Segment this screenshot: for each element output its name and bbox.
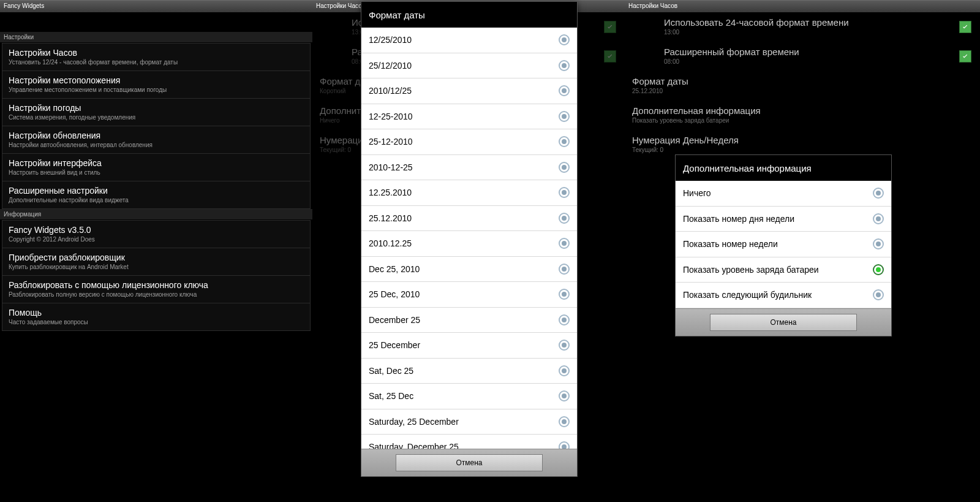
additional-info-options: НичегоПоказать номер дня неделиПоказать … — [676, 181, 891, 308]
date-format-option[interactable]: 12-25-2010 — [361, 104, 577, 130]
settings-item-weather[interactable]: Настройки погоды Система измерения, пого… — [2, 99, 310, 126]
item-title: Использовать 24-часовой формат времени — [664, 17, 973, 28]
option-label: Показать уровень заряда батареи — [683, 265, 819, 275]
additional-info-option[interactable]: Показать номер дня недели — [676, 207, 891, 232]
cancel-button[interactable]: Отмена — [710, 314, 857, 331]
item-title: Дополнительная информация — [632, 105, 973, 116]
option-label: Ничего — [683, 188, 711, 198]
date-format-option[interactable]: 25.12.2010 — [361, 206, 577, 232]
radio-icon — [559, 187, 570, 198]
item-title: Расширенные настройки — [9, 186, 304, 196]
option-label: Sat, Dec 25 — [369, 366, 413, 376]
date-format-option[interactable]: Sat, 25 Dec — [361, 384, 577, 409]
app-title: Fancy Widgets — [0, 0, 312, 12]
settings-item-location[interactable]: Настройки местоположения Управление мест… — [2, 71, 310, 99]
option-label: 25 December — [369, 340, 420, 350]
bg-item-ext-time[interactable]: Расширенный формат времени 08:00 — [625, 42, 980, 71]
bg-item-24h[interactable]: Использовать 24-часовой формат времени 1… — [625, 12, 980, 42]
item-title: Настройки интерфейса — [9, 158, 304, 168]
item-subtitle: Разблокировать полную версию с помощью л… — [9, 291, 304, 298]
radio-icon — [559, 264, 570, 275]
date-format-option[interactable]: 12/25/2010 — [361, 28, 577, 53]
item-subtitle: 13:00 — [664, 29, 973, 36]
date-format-option[interactable]: 25 December — [361, 333, 577, 359]
panel-main-settings: Fancy Widgets Настройки Настройки Часов … — [0, 0, 312, 502]
section-header-info: Информация — [0, 209, 312, 220]
checkbox-checked-icon[interactable] — [959, 21, 971, 33]
option-label: 12-25-2010 — [369, 112, 413, 121]
item-subtitle: 25.12.2010 — [632, 88, 973, 94]
date-format-option[interactable]: 25/12/2010 — [361, 53, 577, 79]
radio-icon — [873, 289, 884, 300]
additional-info-dialog: Дополнительная информация НичегоПоказать… — [675, 154, 892, 337]
section-header-settings: Настройки — [0, 32, 312, 43]
additional-info-option[interactable]: Показать уровень заряда батареи — [676, 257, 891, 283]
checkbox-checked-icon — [604, 50, 616, 63]
radio-icon — [559, 60, 570, 71]
item-title: Разблокировать с помощью лицензионного к… — [9, 280, 304, 290]
radio-icon — [559, 390, 570, 401]
date-format-option[interactable]: Saturday, December 25 — [361, 435, 577, 449]
date-format-options: 12/25/201025/12/20102010/12/2512-25-2010… — [361, 28, 577, 449]
date-format-option[interactable]: Saturday, 25 December — [361, 409, 577, 435]
radio-icon — [559, 365, 570, 376]
item-subtitle: Дополнительные настройки вида виджета — [9, 197, 304, 203]
option-label: 12/25/2010 — [369, 35, 412, 45]
settings-item-interface[interactable]: Настройки интерфейса Настроить внешний в… — [2, 154, 310, 181]
date-format-option[interactable]: 25-12-2010 — [361, 129, 577, 155]
radio-icon — [873, 213, 884, 224]
option-label: 25 Dec, 2010 — [369, 289, 420, 299]
settings-item-advanced[interactable]: Расширенные настройки Дополнительные нас… — [2, 181, 310, 208]
option-label: Saturday, December 25 — [369, 442, 459, 449]
dialog-title: Дополнительная информация — [676, 155, 891, 181]
item-subtitle: Настройки автообновления, интервал обнов… — [9, 142, 304, 148]
spacer — [0, 12, 312, 32]
item-subtitle: Часто задаваемые вопросы — [9, 319, 304, 325]
dialog-title: Формат даты — [361, 2, 577, 28]
radio-icon — [559, 416, 570, 427]
item-title: Нумерация День/Неделя — [632, 135, 973, 145]
date-format-option[interactable]: 12.25.2010 — [361, 180, 577, 206]
date-format-option[interactable]: 2010-12-25 — [361, 155, 577, 181]
item-subtitle: Текущий: 0 — [632, 146, 973, 153]
cancel-button[interactable]: Отмена — [396, 454, 543, 471]
checkbox-checked-icon[interactable] — [959, 50, 971, 63]
date-format-option[interactable]: Sat, Dec 25 — [361, 359, 577, 384]
dialog-buttonbar: Отмена — [676, 308, 891, 336]
option-label: 12.25.2010 — [369, 188, 412, 197]
clock-settings-list: Использовать 24-часовой формат времени 1… — [625, 12, 980, 159]
settings-item-version[interactable]: Fancy Widgets v3.5.0 Copyright © 2012 An… — [2, 221, 310, 248]
dialog-buttonbar: Отмена — [361, 449, 577, 476]
date-format-option[interactable]: 2010.12.25 — [361, 231, 577, 257]
date-format-dialog: Формат даты 12/25/201025/12/20102010/12/… — [361, 1, 578, 477]
additional-info-option[interactable]: Показать следующий будильник — [676, 283, 891, 308]
additional-info-option[interactable]: Ничего — [676, 181, 891, 207]
item-subtitle: Установить 12/24 - часовой формат времен… — [9, 59, 304, 66]
option-label: Показать номер недели — [683, 239, 778, 249]
radio-icon — [559, 213, 570, 224]
radio-icon — [873, 188, 884, 199]
radio-icon — [559, 34, 570, 45]
bg-item-additional-info[interactable]: Дополнительная информация Показать урове… — [625, 101, 980, 130]
date-format-option[interactable]: December 25 — [361, 308, 577, 333]
date-format-option[interactable]: Dec 25, 2010 — [361, 257, 577, 283]
item-title: Настройки погоды — [9, 103, 304, 113]
settings-item-update[interactable]: Настройки обновления Настройки автообнов… — [2, 126, 310, 154]
date-format-option[interactable]: 2010/12/25 — [361, 78, 577, 104]
item-subtitle: Управление местоположением и поставщикам… — [9, 86, 304, 93]
bg-item-date-format[interactable]: Формат даты 25.12.2010 — [625, 71, 980, 101]
radio-icon — [873, 238, 884, 249]
settings-item-clock[interactable]: Настройки Часов Установить 12/24 - часов… — [2, 44, 310, 71]
radio-icon — [559, 289, 570, 300]
panel-clock-settings-with-info-dialog: Настройки Часов Использовать 24-часовой … — [625, 0, 980, 502]
radio-icon — [559, 136, 570, 147]
item-title: Приобрести разблокировщик — [9, 253, 304, 262]
settings-item-help[interactable]: Помощь Часто задаваемые вопросы — [2, 303, 310, 330]
settings-item-unlock[interactable]: Разблокировать с помощью лицензионного к… — [2, 276, 310, 303]
date-format-option[interactable]: 25 Dec, 2010 — [361, 282, 577, 308]
settings-item-purchase[interactable]: Приобрести разблокировщик Купить разблок… — [2, 248, 310, 276]
radio-icon — [559, 441, 570, 449]
option-label: 2010-12-25 — [369, 162, 413, 172]
item-subtitle: Купить разблокировщик на Android Market — [9, 264, 304, 270]
additional-info-option[interactable]: Показать номер недели — [676, 232, 891, 257]
